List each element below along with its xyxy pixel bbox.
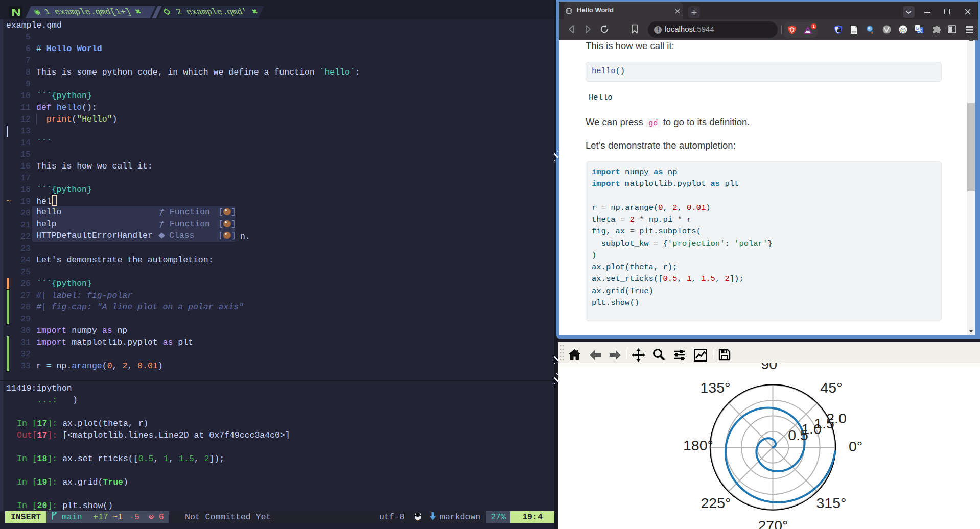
svg-text:45°: 45° <box>820 379 842 396</box>
svg-text:225°: 225° <box>701 495 731 511</box>
svg-text:(i): (i) <box>900 27 906 33</box>
svg-text:2.0: 2.0 <box>826 410 847 426</box>
svg-text:315°: 315° <box>816 495 847 511</box>
svg-text:G: G <box>916 26 919 31</box>
svg-text:270°: 270° <box>758 517 788 529</box>
svg-text:135°: 135° <box>701 379 731 396</box>
svg-text:0°: 0° <box>849 438 862 454</box>
svg-text:180°: 180° <box>683 437 713 453</box>
